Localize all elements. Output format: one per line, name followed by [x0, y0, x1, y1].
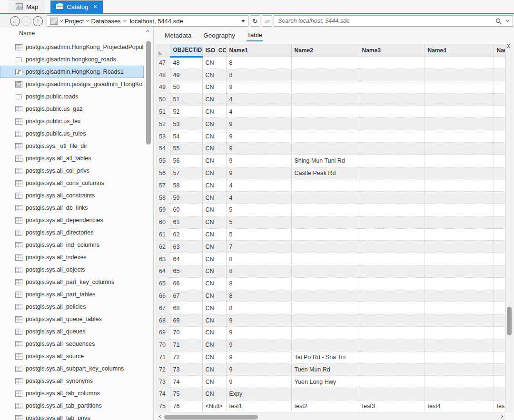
- table-cell[interactable]: [494, 106, 505, 118]
- table-cell[interactable]: CN: [202, 192, 226, 204]
- location-thumbnail-icon[interactable]: [50, 18, 58, 25]
- table-cell[interactable]: CN: [202, 265, 226, 278]
- table-cell[interactable]: [359, 302, 425, 314]
- column-header-name4[interactable]: Name4: [425, 44, 494, 57]
- table-cell[interactable]: [425, 204, 494, 216]
- table-cell[interactable]: [359, 241, 425, 253]
- table-cell[interactable]: [359, 216, 425, 228]
- catalog-item[interactable]: postgis.sys.all_col_privs: [0, 165, 144, 177]
- table-vertical-scrollbar[interactable]: [505, 44, 513, 412]
- catalog-item[interactable]: postgis.public.roads: [0, 90, 144, 103]
- breadcrumb-location[interactable]: localhost, 5444.sde: [130, 18, 239, 25]
- table-cell[interactable]: [359, 192, 425, 204]
- table-cell[interactable]: [291, 228, 359, 241]
- table-cell[interactable]: 7: [226, 241, 291, 253]
- table-cell[interactable]: Expy: [226, 388, 291, 400]
- table-cell[interactable]: 75: [170, 388, 202, 400]
- table-cell[interactable]: [494, 130, 505, 143]
- table-cell[interactable]: CN: [202, 118, 226, 130]
- table-cell[interactable]: [291, 265, 359, 278]
- table-cell[interactable]: [291, 204, 359, 216]
- table-cell[interactable]: [291, 57, 359, 69]
- catalog-item[interactable]: postgis.sys.all_constraints: [0, 189, 144, 202]
- table-cell[interactable]: 4: [226, 93, 291, 106]
- table-cell[interactable]: 66: [170, 277, 202, 290]
- row-number-cell[interactable]: 59: [157, 204, 170, 216]
- table-cell[interactable]: [425, 93, 494, 106]
- refresh-button[interactable]: ↻: [250, 15, 260, 27]
- table-cell[interactable]: Tai Po Rd - Sha Tin: [291, 351, 359, 363]
- table-cell[interactable]: [359, 81, 425, 94]
- tab-geography[interactable]: Geography: [203, 30, 236, 41]
- table-cell[interactable]: [291, 277, 359, 290]
- sort-button[interactable]: ↓≡: [262, 15, 272, 27]
- table-cell[interactable]: [291, 327, 359, 339]
- table-cell[interactable]: 59: [170, 192, 202, 204]
- row-number-cell[interactable]: 49: [157, 81, 170, 94]
- table-cell[interactable]: 68: [170, 302, 202, 314]
- table-cell[interactable]: [494, 302, 505, 314]
- table-cell[interactable]: [425, 192, 494, 204]
- catalog-item[interactable]: postgis.sys.all_cons_columns: [0, 177, 144, 189]
- table-cell[interactable]: [494, 241, 505, 253]
- table-cell[interactable]: CN: [202, 130, 226, 143]
- row-number-cell[interactable]: 75: [157, 400, 170, 412]
- table-cell[interactable]: [291, 314, 359, 327]
- table-cell[interactable]: [359, 143, 425, 155]
- column-header-objectid[interactable]: OBJECTID *: [170, 44, 202, 57]
- up-button[interactable]: ↑: [33, 16, 43, 26]
- table-cell[interactable]: 8: [226, 265, 291, 278]
- table-cell[interactable]: [291, 302, 359, 314]
- row-number-cell[interactable]: 64: [157, 265, 170, 278]
- row-number-cell[interactable]: 65: [157, 277, 170, 290]
- table-cell[interactable]: 8: [226, 253, 291, 265]
- table-cell[interactable]: CN: [202, 167, 226, 179]
- chevron-down-icon[interactable]: [123, 18, 127, 21]
- catalog-item[interactable]: postgis.sys.all_objects: [0, 264, 144, 276]
- column-header-name1[interactable]: Name1: [226, 44, 291, 57]
- table-cell[interactable]: 9: [226, 327, 291, 339]
- table-cell[interactable]: [291, 388, 359, 400]
- table-cell[interactable]: [359, 167, 425, 179]
- table-cell[interactable]: [291, 253, 359, 265]
- table-cell[interactable]: CN: [202, 302, 226, 314]
- table-cell[interactable]: [494, 57, 505, 69]
- table-cell[interactable]: [425, 351, 494, 363]
- column-header-name2[interactable]: Name2: [291, 44, 359, 57]
- row-number-cell[interactable]: 54: [157, 143, 170, 155]
- catalog-item[interactable]: postgis.sys.all_tab_privs: [0, 412, 144, 420]
- table-cell[interactable]: [291, 81, 359, 94]
- catalog-item[interactable]: postgis.sys.all_dependencies: [0, 214, 144, 226]
- table-cell[interactable]: CN: [202, 339, 226, 351]
- table-cell[interactable]: 9: [226, 81, 291, 94]
- table-cell[interactable]: CN: [202, 81, 226, 94]
- row-number-cell[interactable]: 57: [157, 179, 170, 192]
- row-number-cell[interactable]: 56: [157, 167, 170, 179]
- table-cell[interactable]: [359, 265, 425, 278]
- table-cell[interactable]: [291, 179, 359, 192]
- scroll-right-icon[interactable]: [500, 414, 503, 418]
- table-cell[interactable]: 56: [170, 155, 202, 167]
- table-cell[interactable]: [494, 339, 505, 351]
- table-cell[interactable]: 4: [226, 179, 291, 192]
- table-cell[interactable]: [291, 241, 359, 253]
- table-cell[interactable]: CN: [202, 93, 226, 106]
- table-cell[interactable]: [359, 290, 425, 302]
- catalog-item[interactable]: postgis.sys.all_sequences: [0, 338, 144, 350]
- row-number-cell[interactable]: 72: [157, 363, 170, 376]
- catalog-item[interactable]: postgis.sys._utl_file_dir: [0, 140, 144, 152]
- table-cell[interactable]: [359, 179, 425, 192]
- table-cell[interactable]: 76: [170, 400, 202, 412]
- row-number-cell[interactable]: 73: [157, 376, 170, 388]
- table-cell[interactable]: [359, 130, 425, 143]
- table-cell[interactable]: [494, 118, 505, 130]
- row-number-cell[interactable]: 50: [157, 93, 170, 106]
- catalog-item[interactable]: postgis.sys.all_db_links: [0, 202, 144, 214]
- table-cell[interactable]: [425, 363, 494, 376]
- table-cell[interactable]: [425, 339, 494, 351]
- table-cell[interactable]: 69: [170, 314, 202, 327]
- table-cell[interactable]: 72: [170, 351, 202, 363]
- table-cell[interactable]: 8: [226, 57, 291, 69]
- tab-map[interactable]: Map: [10, 0, 44, 13]
- table-cell[interactable]: 52: [170, 106, 202, 118]
